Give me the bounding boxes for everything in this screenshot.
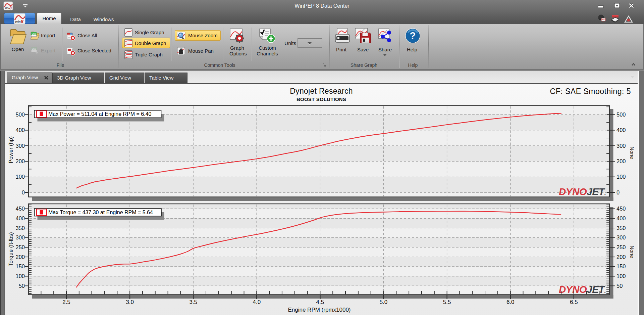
svg-text:500: 500 <box>15 111 25 118</box>
svg-text:300: 300 <box>616 143 626 149</box>
svg-text:300: 300 <box>15 143 25 149</box>
svg-text:Max Power = 511.04 at Engine R: Max Power = 511.04 at Engine RPM = 6.40 <box>48 111 152 117</box>
svg-text:500: 500 <box>616 111 626 118</box>
svg-text:5.0: 5.0 <box>380 299 388 305</box>
svg-text:350: 350 <box>15 225 25 231</box>
svg-text:50: 50 <box>19 283 25 289</box>
svg-text:3.0: 3.0 <box>126 299 134 305</box>
svg-text:0: 0 <box>616 189 620 195</box>
svg-text:100: 100 <box>15 273 25 279</box>
svg-text:Dynojet Research: Dynojet Research <box>290 87 353 95</box>
svg-text:DYNOJET.: DYNOJET. <box>559 284 606 295</box>
svg-text:4.0: 4.0 <box>253 299 261 305</box>
svg-text:400: 400 <box>616 127 626 133</box>
svg-text:350: 350 <box>616 225 626 231</box>
svg-text:400: 400 <box>15 215 25 221</box>
svg-text:Torque (ft-lbs): Torque (ft-lbs) <box>8 232 14 266</box>
svg-text:200: 200 <box>616 254 626 260</box>
svg-text:0: 0 <box>22 189 25 195</box>
svg-text:250: 250 <box>616 244 626 250</box>
svg-text:6.5: 6.5 <box>570 299 578 305</box>
svg-text:100: 100 <box>616 174 626 180</box>
svg-text:300: 300 <box>616 234 626 240</box>
svg-text:5.5: 5.5 <box>443 299 451 305</box>
svg-text:150: 150 <box>15 263 25 269</box>
svg-text:None: None <box>629 245 635 258</box>
svg-text:None: None <box>629 146 635 159</box>
svg-text:150: 150 <box>616 263 626 269</box>
svg-text:Max Torque = 437.30 at Engine: Max Torque = 437.30 at Engine RPM = 5.64 <box>48 210 153 215</box>
svg-text:2.5: 2.5 <box>62 299 70 305</box>
svg-text:3.5: 3.5 <box>189 299 197 305</box>
svg-text:400: 400 <box>616 215 626 221</box>
svg-text:200: 200 <box>15 158 25 164</box>
svg-text:450: 450 <box>616 206 626 212</box>
svg-text:300: 300 <box>15 234 25 240</box>
svg-text:6.0: 6.0 <box>506 299 515 305</box>
svg-text:DYNOJET.: DYNOJET. <box>559 186 606 197</box>
svg-text:BOOST SOLUTIONS: BOOST SOLUTIONS <box>297 96 346 102</box>
svg-text:450: 450 <box>15 206 25 212</box>
svg-text:400: 400 <box>15 127 25 133</box>
svg-text:200: 200 <box>616 158 626 164</box>
svg-text:CF: SAE Smoothing: 5: CF: SAE Smoothing: 5 <box>550 87 631 96</box>
svg-text:100: 100 <box>616 273 626 279</box>
svg-text:Engine RPM (rpmx1000): Engine RPM (rpmx1000) <box>288 307 351 313</box>
svg-text:4.5: 4.5 <box>316 299 324 305</box>
svg-text:50: 50 <box>616 283 623 289</box>
svg-text:Power (hp): Power (hp) <box>8 136 14 164</box>
svg-text:200: 200 <box>15 254 25 260</box>
svg-text:100: 100 <box>15 174 25 180</box>
svg-text:250: 250 <box>15 244 25 250</box>
